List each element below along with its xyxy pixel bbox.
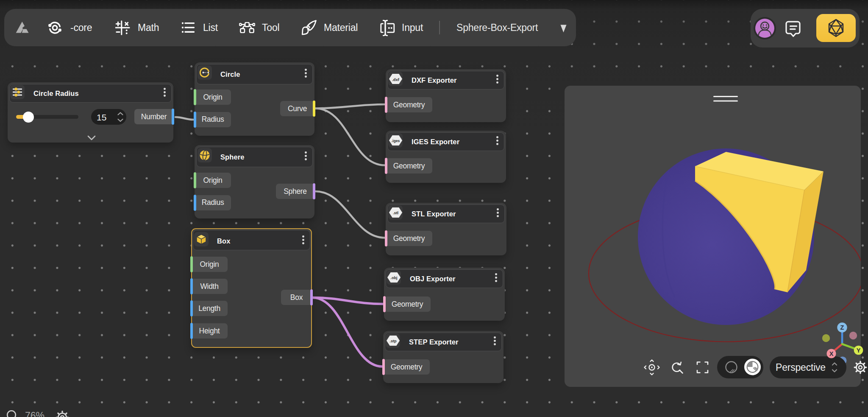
svg-text:.stp: .stp (389, 339, 397, 343)
svg-text:X: X (829, 350, 834, 357)
svg-text:.stl: .stl (392, 211, 398, 215)
svg-text:Z: Z (840, 324, 844, 331)
svg-text:.iges: .iges (391, 139, 400, 143)
svg-text:.obj: .obj (390, 276, 397, 280)
svg-text:Y: Y (857, 347, 861, 354)
svg-text:Perspective: Perspective (776, 362, 826, 373)
svg-text:.dxf: .dxf (392, 77, 399, 82)
